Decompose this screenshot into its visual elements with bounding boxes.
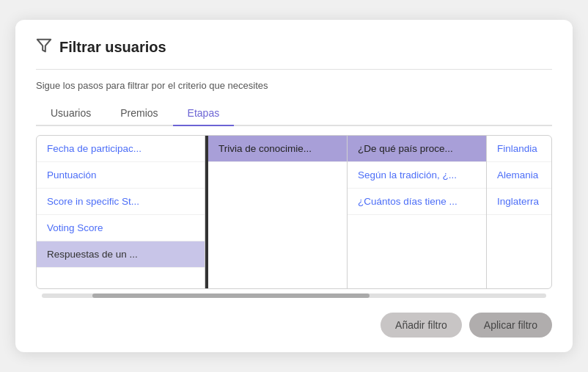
filter-modal: Filtrar usuarios Sigue los pasos para fi… — [15, 20, 573, 352]
modal-header: Filtrar usuarios — [36, 37, 552, 70]
tab-etapas[interactable]: Etapas — [173, 101, 235, 126]
modal-subtitle: Sigue los pasos para filtrar por el crit… — [36, 80, 552, 91]
filter-icon — [36, 37, 52, 57]
modal-title: Filtrar usuarios — [59, 39, 166, 56]
filter-content-area: Fecha de participac... Puntuación Score … — [36, 135, 552, 289]
modal-footer: Añadir filtro Aplicar filtro — [36, 313, 552, 338]
add-filter-button[interactable]: Añadir filtro — [381, 313, 462, 338]
list-item[interactable]: ¿Cuántos días tiene ... — [348, 189, 486, 215]
list-item[interactable]: Finlandia — [487, 136, 551, 162]
tab-premios[interactable]: Premios — [106, 101, 172, 126]
column-3: ¿De qué país proce... Según la tradición… — [348, 136, 487, 288]
horizontal-scrollbar[interactable] — [42, 293, 546, 298]
list-item-highlighted[interactable]: Trivia de conocimie... — [208, 136, 347, 162]
tab-usuarios[interactable]: Usuarios — [36, 101, 106, 126]
list-item-selected[interactable]: Respuestas de un ... — [37, 241, 205, 268]
list-item[interactable]: Alemania — [487, 162, 551, 189]
list-item-highlighted[interactable]: ¿De qué país proce... — [348, 136, 486, 162]
list-item[interactable]: Inglaterra — [487, 189, 551, 215]
column-2: Trivia de conocimie... — [208, 136, 348, 288]
list-item[interactable]: Puntuación — [37, 162, 205, 189]
column-1: Fecha de participac... Puntuación Score … — [37, 136, 205, 288]
list-item[interactable]: Score in specific St... — [37, 189, 205, 215]
svg-marker-0 — [37, 40, 51, 52]
column-4: Finlandia Alemania Inglaterra — [487, 136, 551, 288]
apply-filter-button[interactable]: Aplicar filtro — [469, 313, 552, 338]
list-item[interactable]: Según la tradición, ¿... — [348, 162, 486, 189]
tabs-bar: Usuarios Premios Etapas — [36, 101, 552, 126]
list-item[interactable]: Voting Score — [37, 215, 205, 241]
list-item[interactable]: Fecha de participac... — [37, 136, 205, 162]
